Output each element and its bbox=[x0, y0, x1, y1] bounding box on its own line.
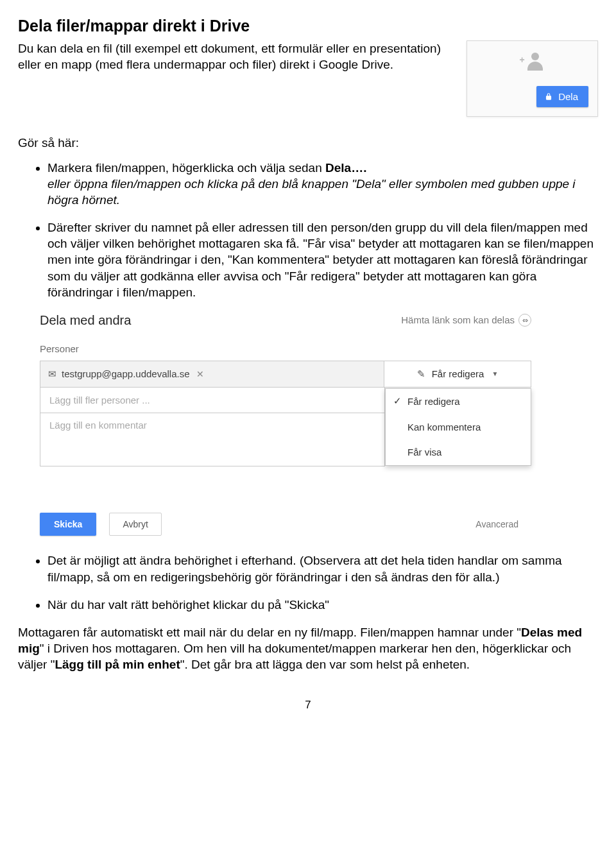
share-button-label: Dela bbox=[558, 91, 578, 102]
italic-text: eller öppna filen/mappen och klicka på d… bbox=[47, 177, 576, 207]
text: Markera filen/mappen, högerklicka och vä… bbox=[47, 161, 325, 175]
after-bullet-2: När du har valt rätt behörighet klickar … bbox=[47, 597, 598, 613]
person-add-icon: + bbox=[521, 53, 544, 72]
permission-dropdown-button[interactable]: ✎ Får redigera ▼ bbox=[384, 361, 531, 387]
share-widget-card: + Dela bbox=[466, 40, 598, 117]
instruction-item-1: Markera filen/mappen, högerklicka och vä… bbox=[47, 160, 598, 208]
option-can-edit[interactable]: Får redigera bbox=[386, 389, 531, 414]
page-title: Dela filer/mappar direkt i Drive bbox=[18, 15, 598, 37]
link-icon: ⇔ bbox=[518, 314, 531, 327]
advanced-link[interactable]: Avancerad bbox=[475, 518, 518, 530]
email-chip: testgrupp@gapp.uddevalla.se bbox=[62, 368, 190, 380]
get-shareable-link[interactable]: Hämta länk som kan delas ⇔ bbox=[401, 314, 531, 327]
pencil-icon: ✎ bbox=[417, 368, 425, 380]
share-dialog: Dela med andra Hämta länk som kan delas … bbox=[40, 312, 531, 536]
instruction-item-2: Därefter skriver du namnet på eller adre… bbox=[47, 219, 598, 300]
dialog-title: Dela med andra bbox=[40, 312, 131, 329]
text: Mottagaren får automatiskt ett mail när … bbox=[18, 626, 521, 639]
lock-icon bbox=[544, 92, 553, 101]
people-input[interactable]: ✉ testgrupp@gapp.uddevalla.se ✕ bbox=[40, 361, 384, 387]
envelope-icon: ✉ bbox=[48, 368, 56, 380]
cancel-button[interactable]: Avbryt bbox=[109, 513, 161, 536]
permission-label: Får redigera bbox=[432, 368, 484, 380]
comment-input[interactable]: Lägg till en kommentar bbox=[40, 413, 385, 466]
send-button[interactable]: Skicka bbox=[40, 513, 96, 536]
share-button[interactable]: Dela bbox=[536, 86, 588, 107]
option-can-view[interactable]: Får visa bbox=[386, 440, 531, 465]
chevron-down-icon: ▼ bbox=[492, 370, 498, 378]
persons-label: Personer bbox=[40, 343, 531, 355]
add-more-people-input[interactable]: Lägg till fler personer ... bbox=[40, 388, 385, 414]
option-can-comment[interactable]: Kan kommentera bbox=[386, 414, 531, 440]
permission-dropdown: Får redigera Kan kommentera Får visa bbox=[385, 388, 531, 466]
page-number: 7 bbox=[18, 698, 598, 712]
instructions-lead: Gör så här: bbox=[18, 135, 598, 151]
chip-remove-icon[interactable]: ✕ bbox=[196, 368, 204, 380]
intro-paragraph: Du kan dela en fil (till exempel ett dok… bbox=[18, 40, 455, 73]
text: ". Det går bra att lägga den var som hel… bbox=[180, 658, 470, 671]
closing-paragraph: Mottagaren får automatiskt ett mail när … bbox=[18, 624, 598, 672]
bold-text: Dela…. bbox=[325, 161, 366, 175]
bold-text: Lägg till på min enhet bbox=[55, 658, 180, 671]
after-bullet-1: Det är möjligt att ändra behörighet i ef… bbox=[47, 552, 598, 585]
link-share-label: Hämta länk som kan delas bbox=[401, 314, 515, 327]
